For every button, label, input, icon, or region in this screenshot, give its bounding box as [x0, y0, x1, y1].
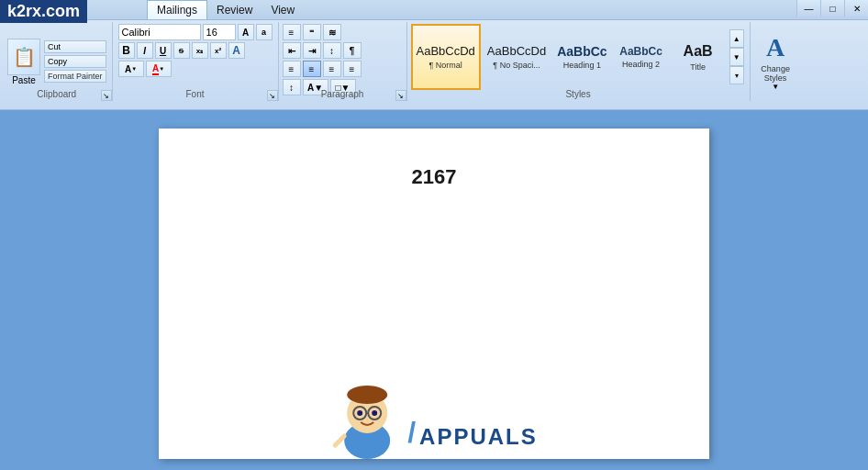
- numbered-list-button[interactable]: ⁼: [303, 24, 321, 40]
- svg-point-7: [372, 410, 377, 416]
- style-heading1-label: Heading 1: [563, 61, 601, 70]
- ribbon: k2rx.com Mailings Review View 📋 Paste Cu…: [0, 0, 868, 110]
- paste-icon: 📋: [7, 39, 40, 75]
- font-grow-button[interactable]: A: [238, 24, 254, 40]
- bold-button[interactable]: B: [118, 42, 135, 59]
- paste-button[interactable]: 📋 Paste: [7, 39, 40, 85]
- copy-button[interactable]: Copy: [44, 55, 106, 68]
- format-painter-button[interactable]: Format Painter: [44, 70, 106, 83]
- watermark: k2rx.com: [0, 0, 87, 23]
- font-color-button[interactable]: A ▼: [146, 61, 172, 77]
- font-content: A a B I U S x₂ x² A A ▼: [118, 24, 273, 99]
- styles-scroll-more[interactable]: ▾: [729, 66, 744, 84]
- style-heading2[interactable]: AaBbCc Heading 2: [614, 24, 669, 90]
- para-row1: ≡ ⁼ ≋: [283, 24, 362, 40]
- clear-format-button[interactable]: A: [228, 42, 245, 59]
- styles-scroll-down[interactable]: ▼: [729, 48, 744, 66]
- document-content: 2167: [159, 129, 709, 244]
- paste-label: Paste: [12, 75, 36, 85]
- paragraph-label: Paragraph: [279, 89, 406, 99]
- para-row3: ≡ ≡ ≡ ≡: [283, 61, 362, 77]
- align-left-button[interactable]: ≡: [283, 61, 301, 77]
- font-label: Font: [113, 89, 278, 99]
- appuals-text: APPUALS: [419, 424, 538, 459]
- font-row1: A a: [118, 24, 273, 40]
- style-normal-label: ¶ Normal: [429, 61, 462, 70]
- decrease-indent-button[interactable]: ⇤: [283, 42, 301, 59]
- watermark-text: k2rx.com: [7, 2, 80, 20]
- tab-mailings[interactable]: Mailings: [147, 0, 207, 19]
- font-name-input[interactable]: [118, 24, 201, 40]
- subscript-button[interactable]: x₂: [192, 42, 208, 59]
- style-no-spacing[interactable]: AaBbCcDd ¶ No Spaci...: [483, 24, 551, 90]
- svg-point-6: [357, 410, 362, 416]
- para-col1: ≡ ⁼ ≋ ⇤ ⇥ ↕ ¶ ≡ ≡ ≡ ≡: [283, 24, 362, 95]
- superscript-button[interactable]: x²: [210, 42, 227, 59]
- change-styles-icon: A: [766, 33, 785, 62]
- style-nospacing-label: ¶ No Spaci...: [493, 61, 540, 70]
- style-title[interactable]: AaB Title: [671, 24, 726, 90]
- highlight-button[interactable]: A ▼: [118, 61, 144, 77]
- styles-label: Styles: [407, 89, 750, 99]
- window-controls: — □ ✕: [796, 0, 868, 17]
- font-row3: A ▼ A ▼: [118, 61, 273, 77]
- font-size-input[interactable]: [203, 24, 236, 40]
- italic-button[interactable]: I: [137, 42, 153, 59]
- clipboard-section: 📋 Paste Cut Copy Format Painter ↘ Clipbo…: [2, 22, 113, 101]
- font-color-icon: A: [152, 63, 159, 75]
- tab-review[interactable]: Review: [207, 0, 262, 19]
- document-number: 2167: [412, 165, 457, 189]
- bullet-list-button[interactable]: ≡: [283, 24, 301, 40]
- increase-indent-button[interactable]: ⇥: [303, 42, 321, 59]
- change-styles-label: ChangeStyles: [761, 64, 790, 83]
- style-normal-preview: AaBbCcDd: [417, 44, 475, 59]
- style-heading2-label: Heading 2: [622, 60, 660, 69]
- styles-section: AaBbCcDd ¶ Normal AaBbCcDd ¶ No Spaci...…: [407, 22, 751, 101]
- ribbon-main: 📋 Paste Cut Copy Format Painter ↘ Clipbo…: [0, 20, 868, 103]
- show-marks-button[interactable]: ¶: [343, 42, 362, 59]
- style-normal[interactable]: AaBbCcDd ¶ Normal: [411, 24, 481, 90]
- align-right-button[interactable]: ≡: [323, 61, 341, 77]
- style-title-preview: AaB: [684, 42, 713, 60]
- menu-tabs: k2rx.com Mailings Review View: [0, 0, 868, 20]
- maximize-button[interactable]: □: [820, 0, 844, 17]
- style-heading1[interactable]: AaBbCc Heading 1: [552, 24, 611, 90]
- strikethrough-button[interactable]: S: [173, 42, 190, 59]
- style-nospacing-preview: AaBbCcDd: [487, 44, 546, 59]
- clear-icon: A: [232, 44, 240, 57]
- paragraph-section: ≡ ⁼ ≋ ⇤ ⇥ ↕ ¶ ≡ ≡ ≡ ≡: [279, 22, 407, 101]
- multilevel-list-button[interactable]: ≋: [323, 24, 341, 40]
- appuals-character-svg: [330, 376, 404, 459]
- change-styles-arrow: ▼: [772, 83, 779, 91]
- svg-line-8: [335, 436, 344, 445]
- align-center-button[interactable]: ≡: [303, 61, 321, 77]
- style-heading2-preview: AaBbCc: [619, 45, 662, 58]
- para-row2: ⇤ ⇥ ↕ ¶: [283, 42, 362, 59]
- logo-slash: /: [407, 416, 416, 459]
- minimize-button[interactable]: —: [796, 0, 820, 17]
- font-row2: B I U S x₂ x² A: [118, 42, 273, 59]
- highlight-color: ▼: [131, 66, 137, 72]
- appuals-logo: / APPUALS: [330, 376, 538, 459]
- sort-button[interactable]: ↕: [323, 42, 341, 59]
- font-section: A a B I U S x₂ x² A A ▼: [113, 22, 279, 101]
- svg-point-2: [347, 386, 387, 404]
- document-area: 2167: [0, 110, 868, 470]
- justify-button[interactable]: ≡: [343, 61, 362, 77]
- underline-button[interactable]: U: [155, 42, 172, 59]
- font-shrink-button[interactable]: a: [256, 24, 273, 40]
- highlight-icon: A: [125, 64, 131, 74]
- styles-scroll-up[interactable]: ▲: [729, 29, 744, 48]
- cut-button[interactable]: Cut: [44, 40, 106, 53]
- document-page: 2167: [159, 129, 709, 459]
- style-heading1-preview: AaBbCc: [557, 44, 606, 60]
- tab-view[interactable]: View: [262, 0, 304, 19]
- style-title-label: Title: [690, 62, 706, 72]
- styles-scroll: ▲ ▼ ▾: [728, 28, 746, 86]
- clipboard-tools: Cut Copy Format Painter: [44, 40, 106, 83]
- close-button[interactable]: ✕: [844, 0, 868, 17]
- clipboard-label: Clipboard: [2, 89, 112, 99]
- change-styles-button[interactable]: A ChangeStyles ▼: [751, 22, 801, 101]
- font-color-arrow: ▼: [159, 66, 164, 72]
